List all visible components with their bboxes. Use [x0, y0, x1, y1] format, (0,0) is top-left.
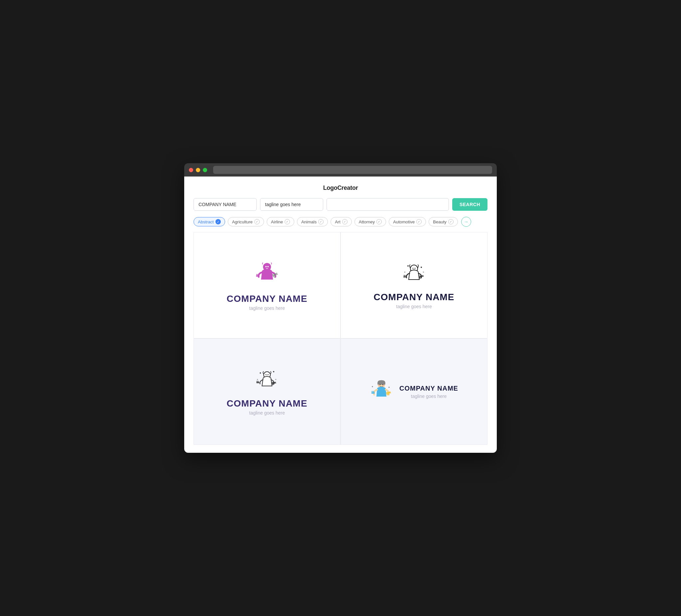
logo-card-4[interactable]: COMPANY NAME tagline goes here — [340, 338, 487, 445]
svg-text:×: × — [404, 271, 406, 274]
filter-label: Art — [335, 220, 340, 224]
logo-card-3[interactable]: × × COMPANY NAME tagline goes here — [194, 338, 340, 445]
svg-rect-24 — [405, 275, 405, 277]
filter-label: Abstract — [198, 220, 214, 224]
svg-rect-21 — [403, 277, 407, 278]
svg-point-29 — [273, 371, 274, 372]
company-name-input[interactable] — [194, 198, 257, 211]
logo-icon-4 — [370, 377, 395, 402]
filter-chip-agriculture[interactable]: Agriculture — [228, 217, 264, 226]
check-icon — [416, 219, 422, 224]
company-name-1: COMPANY NAME — [227, 293, 308, 304]
svg-rect-38 — [257, 381, 257, 383]
svg-rect-7 — [256, 276, 259, 277]
svg-rect-41 — [259, 381, 259, 383]
filter-label: Airline — [271, 220, 283, 224]
check-icon — [254, 219, 260, 224]
filter-label: Automotive — [393, 220, 415, 224]
tagline-4: tagline goes here — [399, 393, 458, 399]
svg-rect-39 — [257, 381, 258, 383]
filter-chip-abstract[interactable]: Abstract ✓ — [194, 217, 225, 226]
svg-rect-40 — [258, 381, 258, 383]
logo-icon-3: × × — [254, 368, 280, 394]
filter-label: Beauty — [433, 220, 446, 224]
keyword-input[interactable] — [327, 198, 449, 211]
svg-text:×: × — [257, 378, 258, 381]
svg-point-2 — [267, 266, 269, 267]
tagline-2: tagline goes here — [396, 304, 432, 309]
logo-card-1[interactable]: COMPANY NAME tagline goes here — [194, 232, 340, 338]
svg-rect-54 — [372, 391, 372, 393]
minimize-button[interactable] — [196, 168, 200, 172]
filter-chip-automotive[interactable]: Automotive — [389, 217, 426, 226]
filter-chip-beauty[interactable]: Beauty — [429, 217, 457, 226]
svg-rect-22 — [404, 275, 404, 277]
svg-point-15 — [413, 268, 414, 269]
svg-point-31 — [266, 374, 267, 375]
svg-rect-55 — [372, 391, 373, 393]
check-icon — [342, 219, 348, 224]
tagline-3: tagline goes here — [249, 410, 285, 415]
filter-label: Attorney — [359, 220, 375, 224]
app-window: LogoCreator SEARCH Abstract ✓ Agricultur… — [184, 163, 497, 453]
company-name-3: COMPANY NAME — [227, 398, 308, 409]
svg-rect-37 — [256, 382, 259, 383]
logo-icon-2: × × — [401, 261, 427, 288]
svg-point-12 — [407, 265, 409, 266]
filter-chip-animals[interactable]: Animals — [297, 217, 328, 226]
logo-card-2[interactable]: × × COMPANY NAME tagline goes here — [340, 232, 487, 338]
company-name-2: COMPANY NAME — [374, 292, 455, 303]
url-bar[interactable] — [213, 166, 492, 174]
check-icon — [285, 219, 290, 224]
titlebar — [184, 163, 497, 177]
filter-chip-attorney[interactable]: Attorney — [354, 217, 386, 226]
maximize-button[interactable] — [203, 168, 207, 172]
logo-grid: COMPANY NAME tagline goes here — [194, 232, 487, 445]
svg-rect-56 — [373, 391, 374, 393]
app-title: LogoCreator — [194, 184, 487, 191]
svg-point-16 — [415, 268, 415, 269]
check-icon — [318, 219, 324, 224]
svg-point-47 — [378, 385, 380, 387]
svg-point-32 — [268, 374, 269, 375]
svg-point-1 — [266, 266, 267, 267]
svg-point-28 — [260, 372, 261, 374]
check-icon — [448, 219, 454, 224]
company-name-4: COMPANY NAME — [399, 385, 458, 392]
app-body: LogoCreator SEARCH Abstract ✓ Agricultur… — [184, 177, 497, 453]
filter-row: Abstract ✓ Agriculture Airline Animals A… — [194, 217, 487, 227]
svg-rect-8 — [256, 274, 257, 276]
svg-text:×: × — [423, 271, 424, 274]
svg-point-58 — [388, 387, 390, 388]
logo-text-4: COMPANY NAME tagline goes here — [399, 385, 458, 399]
svg-rect-9 — [257, 274, 258, 276]
svg-rect-10 — [258, 274, 259, 276]
tagline-input[interactable] — [260, 198, 323, 211]
svg-rect-57 — [374, 391, 374, 393]
check-icon — [376, 219, 382, 224]
filter-label: Agriculture — [232, 220, 253, 224]
svg-rect-23 — [404, 275, 405, 277]
filter-chip-art[interactable]: Art — [330, 217, 352, 226]
search-row: SEARCH — [194, 198, 487, 211]
check-icon: ✓ — [216, 219, 221, 224]
filter-label: Animals — [301, 220, 317, 224]
svg-text:×: × — [275, 378, 277, 381]
svg-rect-53 — [372, 393, 375, 393]
svg-point-48 — [382, 385, 384, 387]
svg-point-13 — [421, 266, 422, 268]
logo-icon-1 — [252, 260, 282, 289]
svg-rect-25 — [406, 275, 406, 277]
filter-next-button[interactable]: → — [461, 217, 471, 227]
search-button[interactable]: SEARCH — [452, 198, 487, 211]
filter-chip-airline[interactable]: Airline — [267, 217, 294, 226]
svg-point-59 — [372, 386, 373, 387]
close-button[interactable] — [189, 168, 193, 172]
svg-rect-11 — [259, 274, 260, 276]
tagline-1: tagline goes here — [249, 306, 285, 311]
